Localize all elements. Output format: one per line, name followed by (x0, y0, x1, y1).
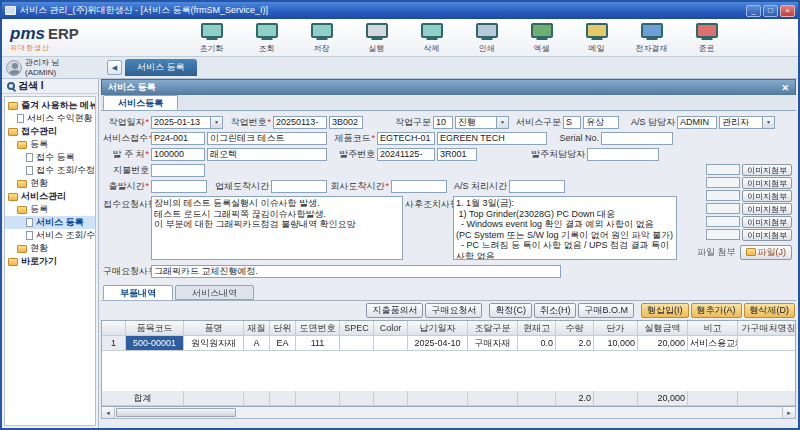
as-manager-code-input[interactable]: ADMIN (677, 116, 717, 129)
as-manager-label: A/S 담당자 (621, 116, 675, 129)
image-attach-button[interactable]: 이미지첨부 (742, 177, 792, 189)
row-add-button[interactable]: 행추가(A) (691, 303, 742, 318)
orderer-manager-input[interactable] (587, 148, 659, 161)
sidebar-item[interactable]: 접수 조회/수정 (5, 164, 95, 177)
image-attach-button[interactable]: 이미지첨부 (742, 216, 792, 228)
image-attach-button[interactable]: 이미지첨부 (742, 190, 792, 202)
toolbar-approval-button[interactable]: 전자결재 (629, 22, 675, 54)
toolbar-mail-button[interactable]: 메일 (574, 22, 620, 54)
sidebar-item[interactable]: 즐겨 사용하는 메뉴 (5, 99, 95, 112)
request-textarea[interactable]: 장비의 테스트 등록실행시 이슈사항 발생. 테스트 로드시 그래픽쪽 끊김이슈… (151, 196, 403, 260)
image-attach-row: 이미지첨부 (681, 177, 794, 189)
work-type-select[interactable]: 진행 (455, 116, 509, 129)
sidebar-item[interactable]: 서비스 등록 (5, 216, 95, 229)
sidebar-item[interactable]: 바로가기 (5, 255, 95, 268)
product-code-input[interactable]: EGTECH-01 (377, 132, 435, 145)
orderer-name-input[interactable]: 래오텍 (207, 148, 327, 161)
as-time-input[interactable] (509, 180, 565, 193)
service-receipt-name-input[interactable]: 이그린테크 테스트 (207, 132, 327, 145)
image-attach-button[interactable]: 이미지첨부 (742, 229, 792, 241)
image-attach-button[interactable]: 이미지첨부 (742, 164, 792, 176)
sidebar-item[interactable]: 서비스관리 (5, 190, 95, 203)
toolbar-exit-button[interactable]: 종료 (684, 22, 730, 54)
tab-service-register[interactable]: 서비스등록 (103, 95, 178, 110)
work-type-code-input[interactable]: 10 (433, 116, 453, 129)
action-textarea[interactable]: 1. 1월 3일(금): 1) Top Grinder(23028G) PC D… (453, 196, 677, 260)
table-row[interactable]: 1500-00001원익원자재AEA1112025-04-10구매자재0.02.… (102, 336, 795, 351)
expense-report-button[interactable]: 지출품의서 (366, 303, 423, 318)
image-path-input[interactable] (706, 190, 740, 201)
purchase-bom-button[interactable]: 구매B.O.M (578, 303, 634, 318)
product-name-input[interactable]: EGREEN TECH (437, 132, 547, 145)
image-attach-button[interactable]: 이미지첨부 (742, 203, 792, 215)
work-no-input[interactable]: 20250113- (273, 116, 327, 129)
work-no-seq-input[interactable]: 3B002 (329, 116, 363, 129)
service-receipt-label: 서비스접수 (103, 132, 149, 145)
service-receipt-code-input[interactable]: P24-001 (151, 132, 205, 145)
open-window-tab[interactable]: 서비스 등록 (125, 59, 197, 76)
sidebar-item[interactable]: 현황 (5, 242, 95, 255)
toolbar-reset-button[interactable]: 초기화 (189, 22, 235, 54)
scrollbar-thumb[interactable] (116, 408, 236, 417)
toolbar-run-button[interactable]: 실행 (354, 22, 400, 54)
sidebar-item[interactable]: 서비스 수익현황 (5, 112, 95, 125)
table-sum-row: 합계2.020,000 (102, 391, 795, 406)
confirm-button[interactable]: 확정(C) (489, 303, 532, 318)
purchase-reason-input[interactable]: 그래픽카드 교체진행예정. (151, 265, 561, 278)
sidebar-item[interactable]: 접수관리 (5, 125, 95, 138)
image-path-input[interactable] (706, 177, 740, 188)
service-type-code-input[interactable]: S (563, 116, 581, 129)
image-path-input[interactable] (706, 203, 740, 214)
return-time-input[interactable] (391, 180, 447, 193)
orderer-code-input[interactable]: 100000 (151, 148, 205, 161)
pay-no-input[interactable] (151, 164, 205, 177)
panel-close-button[interactable]: ✕ (781, 83, 789, 93)
menu-tree: 즐겨 사용하는 메뉴서비스 수익현황접수관리등록접수 등록접수 조회/수정현황서… (4, 96, 96, 426)
scroll-right-button[interactable] (782, 407, 795, 418)
sidebar-title: 검색 I (18, 79, 44, 93)
row-insert-button[interactable]: 행삽입(I) (641, 303, 689, 318)
sidebar-item[interactable]: 현황 (5, 177, 95, 190)
toolbar: 초기화조회저장실행삭제인쇄엑셀메일전자결재종료 (128, 22, 790, 54)
purchase-request-button[interactable]: 구매요청서 (425, 303, 482, 318)
row-delete-button[interactable]: 행삭제(D) (744, 303, 796, 318)
as-manager-select[interactable]: 관리자 (719, 116, 775, 129)
close-window-button[interactable]: × (780, 5, 795, 17)
image-path-input[interactable] (706, 229, 740, 240)
arrive-time-input[interactable] (271, 180, 327, 193)
sidebar-item[interactable]: 접수 등록 (5, 151, 95, 164)
work-date-select[interactable]: 2025-01-13 (151, 116, 223, 129)
folder-icon (746, 248, 756, 256)
cancel-button[interactable]: 취소(H) (534, 303, 577, 318)
tab-scroll-left-button[interactable]: ◀ (107, 60, 122, 75)
folder-icon (17, 206, 27, 214)
order-no-label: 발주번호 (329, 148, 375, 161)
image-path-input[interactable] (706, 164, 740, 175)
folder-icon (17, 180, 27, 188)
depart-time-input[interactable] (151, 180, 207, 193)
order-no-input[interactable]: 20241125- (377, 148, 435, 161)
service-type-input[interactable]: 유상 (583, 116, 619, 129)
toolbar-excel-button[interactable]: 엑셀 (519, 22, 565, 54)
sidebar-item[interactable]: 등록 (5, 138, 95, 151)
order-no-seq-input[interactable]: 3R001 (437, 148, 477, 161)
bottom-tab-1[interactable]: 서비스내역 (175, 285, 254, 300)
minimize-button[interactable]: _ (746, 5, 761, 17)
toolbar-print-button[interactable]: 인쇄 (464, 22, 510, 54)
image-path-input[interactable] (706, 216, 740, 227)
toolbar-save-button[interactable]: 저장 (299, 22, 345, 54)
logo-erp: ERP (48, 25, 79, 42)
bottom-tab-0[interactable]: 부품내역 (103, 285, 173, 300)
scrollbar-track[interactable] (115, 407, 782, 418)
scroll-left-button[interactable] (102, 407, 115, 418)
leaf-icon (17, 114, 24, 123)
file-attach-button[interactable]: 파일(J) (740, 245, 793, 260)
sidebar-item[interactable]: 등록 (5, 203, 95, 216)
maximize-button[interactable]: □ (763, 5, 778, 17)
mail-icon (586, 23, 608, 38)
toolbar-delete-button[interactable]: 삭제 (409, 22, 455, 54)
serial-no-input[interactable] (601, 132, 673, 145)
sidebar-item[interactable]: 서비스 조회/수정 (5, 229, 95, 242)
horizontal-scrollbar[interactable] (101, 407, 796, 419)
toolbar-search-button[interactable]: 조회 (244, 22, 290, 54)
